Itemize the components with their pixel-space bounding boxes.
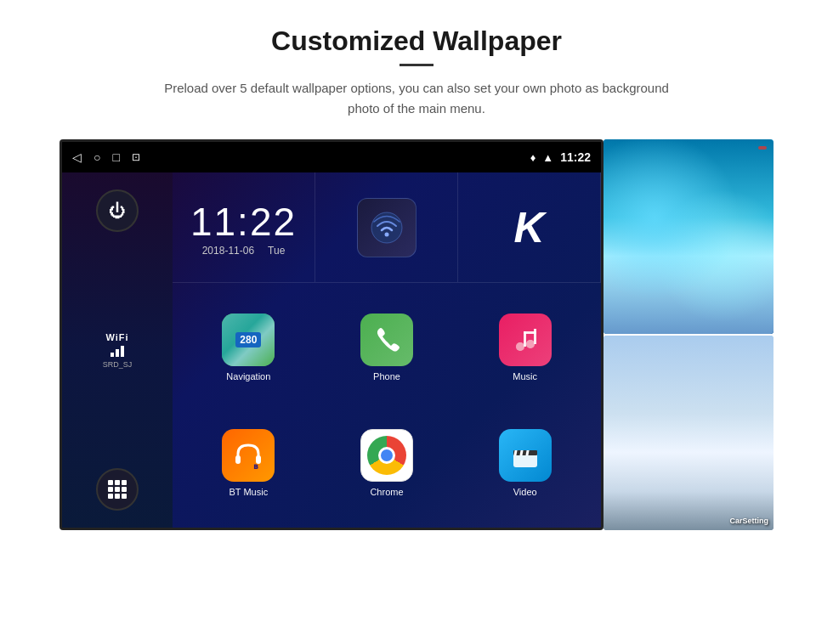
screenshot-icon[interactable]: ⊡ bbox=[132, 151, 140, 163]
navigation-shield: 280 bbox=[235, 332, 261, 347]
svg-point-24 bbox=[604, 433, 774, 486]
status-left: ◁ ○ □ ⊡ bbox=[72, 150, 140, 164]
svg-rect-17 bbox=[604, 139, 774, 334]
svg-point-18 bbox=[629, 157, 748, 263]
left-sidebar: ⏻ WiFi SRD_SJ bbox=[62, 172, 173, 528]
navigation-icon: 280 bbox=[222, 314, 275, 366]
btmusic-icon: ʙ bbox=[222, 429, 275, 482]
svg-point-25 bbox=[604, 446, 774, 490]
music-icon bbox=[499, 314, 552, 366]
svg-rect-7 bbox=[534, 329, 536, 344]
ice-cave-svg bbox=[604, 139, 774, 334]
wallpaper-thumb-top[interactable] bbox=[604, 139, 774, 334]
svg-point-21 bbox=[629, 237, 714, 308]
wifi-bars bbox=[103, 346, 133, 357]
svg-rect-23 bbox=[604, 336, 774, 530]
svg-point-3 bbox=[516, 342, 524, 351]
carsetting-label: CarSetting bbox=[729, 517, 768, 525]
app-item-chrome[interactable]: Chrome bbox=[318, 405, 456, 521]
back-icon[interactable]: ◁ bbox=[72, 150, 82, 164]
location-icon: ♦ bbox=[530, 151, 536, 164]
apps-grid-button[interactable] bbox=[96, 468, 139, 511]
wifi-icon: ▲ bbox=[542, 151, 553, 164]
android-screen: ◁ ○ □ ⊡ ♦ ▲ 11:22 ⏻ WiFi bbox=[60, 139, 604, 530]
wifi-svg-icon bbox=[370, 211, 404, 245]
wallpaper-thumbnails: CarSetting bbox=[604, 139, 774, 530]
grid-icon bbox=[108, 480, 127, 499]
wifi-ssid: SRD_SJ bbox=[103, 360, 133, 369]
svg-rect-8 bbox=[524, 331, 536, 334]
app-item-music[interactable]: Music bbox=[456, 290, 594, 405]
music-svg bbox=[510, 325, 541, 355]
page-title: Customized Wallpaper bbox=[271, 25, 562, 57]
page-subtitle: Preload over 5 default wallpaper options… bbox=[153, 78, 680, 119]
app-item-video[interactable]: Video bbox=[456, 405, 594, 521]
clock-cell: 11:22 2018-11-06 Tue bbox=[173, 172, 315, 282]
app-name-navigation: Navigation bbox=[226, 371, 270, 381]
ki-cell: K bbox=[458, 172, 601, 282]
status-right: ♦ ▲ 11:22 bbox=[530, 150, 591, 164]
svg-rect-9 bbox=[235, 455, 241, 464]
svg-point-1 bbox=[384, 232, 388, 236]
video-icon bbox=[499, 429, 552, 482]
svg-rect-22 bbox=[604, 298, 774, 334]
time-display: 11:22 2018-11-06 Tue bbox=[173, 172, 601, 283]
wifi-info: WiFi SRD_SJ bbox=[103, 332, 133, 369]
svg-rect-29 bbox=[604, 472, 774, 477]
app-name-btmusic: BT Music bbox=[230, 487, 269, 497]
app-name-phone: Phone bbox=[373, 371, 400, 381]
title-divider bbox=[400, 64, 434, 66]
home-icon[interactable]: ○ bbox=[94, 150, 100, 164]
clock-time: 11:22 bbox=[190, 199, 297, 245]
svg-rect-28 bbox=[714, 406, 722, 486]
chrome-inner bbox=[378, 447, 395, 464]
app-name-music: Music bbox=[513, 371, 537, 381]
wallpaper-thumb-bottom[interactable]: CarSetting bbox=[604, 336, 774, 530]
svg-rect-27 bbox=[654, 406, 663, 486]
app-item-btmusic[interactable]: ʙ BT Music bbox=[179, 405, 318, 521]
recents-icon[interactable]: □ bbox=[112, 150, 119, 164]
screen-content: 11:22 2018-11-06 Tue bbox=[173, 172, 601, 528]
wifi-label: WiFi bbox=[103, 332, 133, 342]
status-bar: ◁ ○ □ ⊡ ♦ ▲ 11:22 bbox=[62, 142, 601, 172]
ki-letter: K bbox=[513, 203, 544, 252]
phone-icon bbox=[360, 314, 413, 366]
content-area: ◁ ○ □ ⊡ ♦ ▲ 11:22 ⏻ WiFi bbox=[60, 139, 774, 539]
date-text: 2018-11-06 bbox=[202, 245, 254, 257]
screen-body: ⏻ WiFi SRD_SJ bbox=[62, 172, 601, 528]
svg-point-19 bbox=[620, 153, 688, 215]
phone-svg bbox=[371, 325, 402, 355]
svg-point-5 bbox=[526, 340, 535, 348]
app-item-phone[interactable]: Phone bbox=[318, 290, 456, 405]
app-grid: 280 Navigation Phone bbox=[173, 283, 601, 528]
svg-point-20 bbox=[701, 188, 761, 268]
svg-text:ʙ: ʙ bbox=[253, 461, 258, 471]
wifi-app-icon[interactable] bbox=[357, 198, 416, 257]
btmusic-svg: ʙ bbox=[231, 438, 265, 472]
wifi-icon-cell bbox=[315, 172, 458, 282]
wifi-bar-1 bbox=[110, 353, 114, 357]
bridge-svg bbox=[604, 336, 774, 530]
video-svg bbox=[508, 438, 542, 472]
clock-date: 2018-11-06 Tue bbox=[202, 245, 286, 257]
chrome-icon bbox=[360, 429, 413, 482]
app-item-navigation[interactable]: 280 Navigation bbox=[179, 290, 318, 405]
app-name-chrome: Chrome bbox=[370, 487, 403, 497]
chrome-outer bbox=[367, 436, 406, 475]
wifi-bar-3 bbox=[121, 346, 124, 357]
thumb-overlay-label bbox=[758, 146, 767, 150]
day-text: Tue bbox=[268, 245, 285, 257]
wifi-bar-2 bbox=[116, 349, 119, 357]
power-button[interactable]: ⏻ bbox=[96, 189, 139, 232]
status-time: 11:22 bbox=[560, 150, 591, 164]
app-name-video: Video bbox=[513, 487, 537, 497]
